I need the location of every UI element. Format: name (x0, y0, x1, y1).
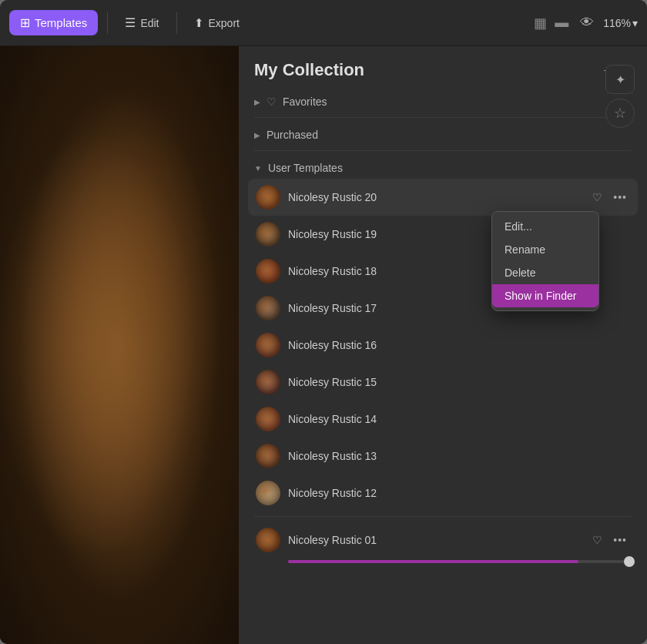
collection-header: My Collection + Add (239, 46, 647, 89)
more-button-15[interactable]: ••• (610, 374, 630, 390)
template-item-14[interactable]: Nicolesy Rustic 14 ♡ ••• (248, 401, 638, 438)
template-item-15[interactable]: Nicolesy Rustic 15 ♡ ••• (248, 364, 638, 401)
template-name-12: Nicolesy Rustic 12 (288, 487, 582, 499)
app-window: ⊞ Templates ☰ Edit ⬆ Export ▦ ▬ 👁 116% ▾ (0, 0, 647, 644)
magic-icon: ✦ (615, 72, 625, 87)
favorite-button-12[interactable]: ♡ (589, 485, 605, 501)
template-item-13[interactable]: Nicolesy Rustic 13 ♡ ••• (248, 438, 638, 475)
progress-knob[interactable] (624, 556, 635, 567)
template-name-15: Nicolesy Rustic 15 (288, 376, 582, 388)
more-button-16[interactable]: ••• (610, 337, 630, 353)
template-thumb-19 (256, 222, 280, 247)
purchased-arrow-icon: ▶ (254, 131, 260, 139)
progress-bar-container (248, 558, 638, 569)
more-button-13[interactable]: ••• (610, 448, 630, 464)
collection-title: My Collection (254, 60, 364, 80)
template-thumb-18 (256, 259, 280, 283)
template-item-20[interactable]: Nicolesy Rustic 20 ♡ ••• (248, 179, 638, 216)
user-templates-header[interactable]: ▼ User Templates (248, 156, 638, 179)
collection-panel: My Collection + Add ✦ ☆ ▶ ♡ (239, 46, 647, 644)
export-button[interactable]: ⬆ Export (186, 12, 247, 35)
template-item-12[interactable]: Nicolesy Rustic 12 ♡ ••• (248, 475, 638, 512)
template-item-16[interactable]: Nicolesy Rustic 16 ♡ ••• (248, 327, 638, 364)
context-menu-rename[interactable]: Rename (492, 238, 598, 261)
toolbar-right: ▦ ▬ 👁 116% ▾ (531, 12, 638, 34)
star-icon: ☆ (614, 105, 626, 122)
context-menu-show-in-finder[interactable]: Show in Finder (492, 284, 598, 307)
purchased-section-header[interactable]: ▶ Purchased (248, 122, 638, 146)
star-button[interactable]: ☆ (605, 99, 635, 128)
favorites-section-header[interactable]: ▶ ♡ Favorites (248, 89, 638, 112)
single-view-icon[interactable]: ▬ (552, 12, 571, 33)
template-thumb-16 (256, 333, 280, 357)
eye-icon[interactable]: 👁 (580, 15, 594, 31)
more-button-19[interactable]: ••• (610, 226, 630, 242)
more-button-20[interactable]: ••• (610, 190, 630, 205)
context-menu-delete[interactable]: Delete (492, 261, 598, 284)
more-button-18[interactable]: ••• (610, 263, 630, 279)
template-actions-01: ♡ ••• (589, 532, 630, 548)
template-name-01: Nicolesy Rustic 01 (288, 534, 582, 546)
magic-button[interactable]: ✦ (605, 65, 635, 94)
edit-icon: ☰ (125, 15, 136, 30)
progress-bar-track (288, 560, 630, 563)
export-label: Export (209, 17, 240, 29)
template-actions-20: ♡ ••• (589, 190, 630, 205)
template-name-16: Nicolesy Rustic 16 (288, 339, 582, 351)
toolbar: ⊞ Templates ☰ Edit ⬆ Export ▦ ▬ 👁 116% ▾ (0, 0, 647, 46)
favorites-label: Favorites (283, 96, 327, 108)
favorites-arrow-icon: ▶ (254, 98, 260, 106)
export-icon: ⬆ (194, 16, 204, 30)
favorite-button-01[interactable]: ♡ (589, 532, 605, 548)
more-button-12[interactable]: ••• (610, 485, 630, 501)
view-toggle: ▦ ▬ (531, 12, 571, 34)
favorite-button-20[interactable]: ♡ (589, 190, 605, 205)
context-menu-edit[interactable]: Edit... (492, 215, 598, 238)
favorite-button-13[interactable]: ♡ (589, 448, 605, 464)
divider-1 (254, 117, 632, 118)
grid-view-icon[interactable]: ▦ (531, 12, 549, 34)
edit-button[interactable]: ☰ Edit (117, 11, 166, 35)
template-thumb-13 (256, 444, 280, 468)
favorite-button-15[interactable]: ♡ (589, 374, 605, 390)
user-templates-label: User Templates (268, 162, 343, 174)
template-name-20: Nicolesy Rustic 20 (288, 191, 582, 203)
zoom-button[interactable]: 116% ▾ (603, 17, 638, 29)
template-thumb-01 (256, 528, 280, 552)
templates-button[interactable]: ⊞ Templates (9, 10, 98, 35)
templates-icon: ⊞ (20, 15, 30, 30)
divider-2 (254, 150, 632, 151)
favorites-heart-icon: ♡ (267, 96, 277, 108)
template-item-01[interactable]: Nicolesy Rustic 01 ♡ ••• (248, 522, 638, 558)
progress-bar-fill (288, 560, 578, 563)
template-name-14: Nicolesy Rustic 14 (288, 413, 582, 425)
more-button-14[interactable]: ••• (610, 411, 630, 427)
preview-panel (0, 46, 239, 644)
divider-3 (254, 516, 632, 517)
favorite-button-14[interactable]: ♡ (589, 411, 605, 427)
edit-label: Edit (140, 17, 159, 29)
user-templates-arrow-icon: ▼ (254, 164, 262, 173)
more-button-17[interactable]: ••• (610, 300, 630, 316)
content-area: My Collection + Add ✦ ☆ ▶ ♡ (0, 46, 647, 644)
template-thumb-12 (256, 481, 280, 505)
favorite-button-16[interactable]: ♡ (589, 337, 605, 353)
collection-list: ▶ ♡ Favorites ▶ Purchased ▼ User Templat… (239, 89, 647, 644)
zoom-arrow-icon: ▾ (632, 17, 638, 29)
context-menu: Edit... Rename Delete Show in Finder (491, 211, 599, 311)
templates-label: Templates (35, 16, 87, 29)
toolbar-separator-1 (107, 12, 108, 34)
template-thumb-14 (256, 407, 280, 431)
template-thumb-17 (256, 296, 280, 320)
zoom-value: 116% (603, 17, 631, 29)
more-button-01[interactable]: ••• (610, 532, 630, 548)
purchased-label: Purchased (267, 129, 318, 141)
template-name-13: Nicolesy Rustic 13 (288, 450, 582, 462)
toolbar-separator-2 (176, 12, 177, 34)
template-thumb-15 (256, 370, 280, 394)
preview-image (0, 46, 239, 644)
template-thumb-20 (256, 185, 280, 210)
